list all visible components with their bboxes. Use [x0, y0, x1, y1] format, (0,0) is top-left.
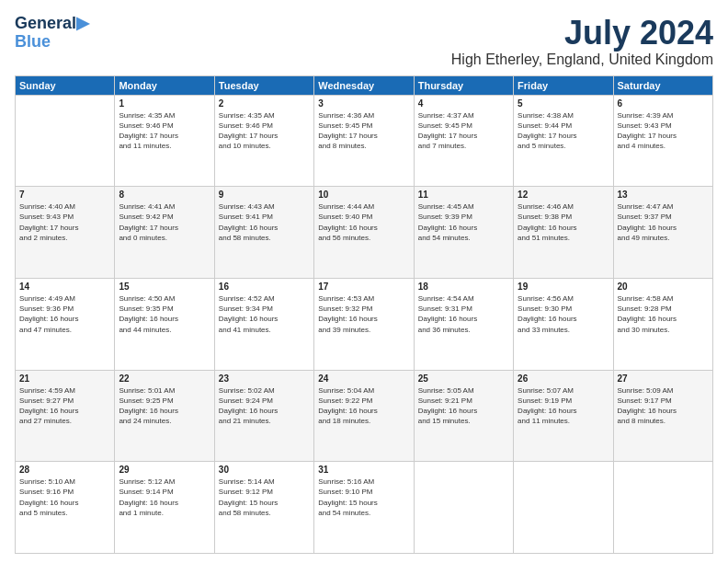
- day-number: 24: [318, 373, 409, 384]
- cell-content: Sunrise: 4:49 AM Sunset: 9:36 PM Dayligh…: [19, 293, 110, 335]
- day-number: 14: [19, 282, 110, 292]
- day-number: 21: [19, 373, 110, 384]
- cell-content: Sunrise: 4:58 AM Sunset: 9:28 PM Dayligh…: [618, 293, 709, 335]
- day-header-tuesday: Tuesday: [214, 75, 313, 95]
- day-number: 27: [618, 373, 709, 384]
- cell-content: Sunrise: 4:53 AM Sunset: 9:32 PM Dayligh…: [318, 293, 409, 335]
- cell-content: Sunrise: 4:46 AM Sunset: 9:38 PM Dayligh…: [518, 201, 609, 243]
- calendar-cell: 26Sunrise: 5:07 AM Sunset: 9:19 PM Dayli…: [514, 370, 613, 462]
- cell-content: Sunrise: 4:36 AM Sunset: 9:45 PM Dayligh…: [318, 110, 409, 152]
- day-header-saturday: Saturday: [613, 75, 712, 95]
- cell-content: Sunrise: 5:02 AM Sunset: 9:24 PM Dayligh…: [219, 385, 310, 427]
- header: General▶ Blue July 2024 High Etherley, E…: [15, 15, 713, 68]
- calendar-cell: 31Sunrise: 5:16 AM Sunset: 9:10 PM Dayli…: [314, 462, 414, 554]
- day-header-sunday: Sunday: [16, 75, 115, 95]
- day-number: 18: [418, 282, 509, 292]
- calendar-cell: 6Sunrise: 4:39 AM Sunset: 9:43 PM Daylig…: [613, 95, 712, 187]
- cell-content: Sunrise: 4:37 AM Sunset: 9:45 PM Dayligh…: [418, 110, 509, 152]
- day-number: 1: [119, 98, 210, 109]
- calendar-cell: 2Sunrise: 4:35 AM Sunset: 9:46 PM Daylig…: [214, 95, 313, 187]
- calendar-cell: 14Sunrise: 4:49 AM Sunset: 9:36 PM Dayli…: [16, 278, 115, 370]
- day-number: 19: [518, 282, 609, 292]
- calendar-cell: 10Sunrise: 4:44 AM Sunset: 9:40 PM Dayli…: [314, 187, 414, 279]
- cell-content: Sunrise: 4:59 AM Sunset: 9:27 PM Dayligh…: [19, 385, 110, 427]
- cell-content: Sunrise: 4:56 AM Sunset: 9:30 PM Dayligh…: [518, 293, 609, 335]
- day-number: 29: [119, 465, 210, 475]
- calendar-cell: 12Sunrise: 4:46 AM Sunset: 9:38 PM Dayli…: [514, 187, 613, 279]
- day-number: 13: [618, 190, 709, 200]
- cell-content: Sunrise: 5:16 AM Sunset: 9:10 PM Dayligh…: [318, 477, 409, 518]
- cell-content: Sunrise: 5:01 AM Sunset: 9:25 PM Dayligh…: [119, 385, 210, 427]
- day-number: 20: [618, 282, 709, 292]
- calendar-cell: 8Sunrise: 4:41 AM Sunset: 9:42 PM Daylig…: [115, 187, 214, 279]
- week-row-5: 28Sunrise: 5:10 AM Sunset: 9:16 PM Dayli…: [16, 462, 713, 554]
- day-number: 30: [219, 465, 310, 475]
- day-number: 5: [518, 98, 609, 109]
- calendar-cell: 3Sunrise: 4:36 AM Sunset: 9:45 PM Daylig…: [314, 95, 414, 187]
- day-number: 28: [19, 465, 110, 475]
- day-number: 11: [418, 190, 509, 200]
- cell-content: Sunrise: 5:12 AM Sunset: 9:14 PM Dayligh…: [119, 477, 210, 518]
- day-header-wednesday: Wednesday: [314, 75, 414, 95]
- calendar-cell: 17Sunrise: 4:53 AM Sunset: 9:32 PM Dayli…: [314, 278, 414, 370]
- calendar-cell: 13Sunrise: 4:47 AM Sunset: 9:37 PM Dayli…: [613, 187, 712, 279]
- calendar-cell: [613, 462, 712, 554]
- calendar-cell: [514, 462, 613, 554]
- week-row-2: 7Sunrise: 4:40 AM Sunset: 9:43 PM Daylig…: [16, 187, 713, 279]
- calendar-cell: 21Sunrise: 4:59 AM Sunset: 9:27 PM Dayli…: [16, 370, 115, 462]
- cell-content: Sunrise: 4:38 AM Sunset: 9:44 PM Dayligh…: [518, 110, 609, 152]
- logo-subtext: Blue: [15, 33, 51, 50]
- cell-content: Sunrise: 4:50 AM Sunset: 9:35 PM Dayligh…: [119, 293, 210, 335]
- day-number: 2: [219, 98, 310, 109]
- calendar-cell: 11Sunrise: 4:45 AM Sunset: 9:39 PM Dayli…: [414, 187, 513, 279]
- cell-content: Sunrise: 4:47 AM Sunset: 9:37 PM Dayligh…: [618, 201, 709, 243]
- location-title: High Etherley, England, United Kingdom: [451, 52, 713, 68]
- cell-content: Sunrise: 4:41 AM Sunset: 9:42 PM Dayligh…: [119, 201, 210, 243]
- day-number: 26: [518, 373, 609, 384]
- day-header-friday: Friday: [514, 75, 613, 95]
- calendar-cell: 22Sunrise: 5:01 AM Sunset: 9:25 PM Dayli…: [115, 370, 214, 462]
- calendar-cell: 28Sunrise: 5:10 AM Sunset: 9:16 PM Dayli…: [16, 462, 115, 554]
- calendar-cell: 4Sunrise: 4:37 AM Sunset: 9:45 PM Daylig…: [414, 95, 513, 187]
- day-number: 3: [318, 98, 409, 109]
- week-row-4: 21Sunrise: 4:59 AM Sunset: 9:27 PM Dayli…: [16, 370, 713, 462]
- logo: General▶ Blue: [15, 15, 89, 50]
- calendar-table: SundayMondayTuesdayWednesdayThursdayFrid…: [15, 75, 713, 554]
- cell-content: Sunrise: 4:52 AM Sunset: 9:34 PM Dayligh…: [219, 293, 310, 335]
- cell-content: Sunrise: 5:05 AM Sunset: 9:21 PM Dayligh…: [418, 385, 509, 427]
- day-number: 25: [418, 373, 509, 384]
- day-number: 7: [19, 190, 110, 200]
- day-header-thursday: Thursday: [414, 75, 513, 95]
- day-number: 12: [518, 190, 609, 200]
- calendar-cell: [16, 95, 115, 187]
- calendar-header-row: SundayMondayTuesdayWednesdayThursdayFrid…: [16, 75, 713, 95]
- day-number: 6: [618, 98, 709, 109]
- day-number: 31: [318, 465, 409, 475]
- calendar-cell: 1Sunrise: 4:35 AM Sunset: 9:46 PM Daylig…: [115, 95, 214, 187]
- calendar-cell: [414, 462, 513, 554]
- day-number: 23: [219, 373, 310, 384]
- cell-content: Sunrise: 4:43 AM Sunset: 9:41 PM Dayligh…: [219, 201, 310, 243]
- title-block: July 2024 High Etherley, England, United…: [451, 15, 713, 68]
- week-row-3: 14Sunrise: 4:49 AM Sunset: 9:36 PM Dayli…: [16, 278, 713, 370]
- cell-content: Sunrise: 4:45 AM Sunset: 9:39 PM Dayligh…: [418, 201, 509, 243]
- calendar-cell: 15Sunrise: 4:50 AM Sunset: 9:35 PM Dayli…: [115, 278, 214, 370]
- cell-content: Sunrise: 4:44 AM Sunset: 9:40 PM Dayligh…: [318, 201, 409, 243]
- calendar-cell: 24Sunrise: 5:04 AM Sunset: 9:22 PM Dayli…: [314, 370, 414, 462]
- page: General▶ Blue July 2024 High Etherley, E…: [0, 0, 728, 563]
- cell-content: Sunrise: 5:07 AM Sunset: 9:19 PM Dayligh…: [518, 385, 609, 427]
- day-number: 17: [318, 282, 409, 292]
- day-number: 15: [119, 282, 210, 292]
- day-number: 9: [219, 190, 310, 200]
- cell-content: Sunrise: 5:09 AM Sunset: 9:17 PM Dayligh…: [618, 385, 709, 427]
- day-number: 16: [219, 282, 310, 292]
- cell-content: Sunrise: 5:04 AM Sunset: 9:22 PM Dayligh…: [318, 385, 409, 427]
- calendar-cell: 25Sunrise: 5:05 AM Sunset: 9:21 PM Dayli…: [414, 370, 513, 462]
- calendar-cell: 23Sunrise: 5:02 AM Sunset: 9:24 PM Dayli…: [214, 370, 313, 462]
- calendar-cell: 18Sunrise: 4:54 AM Sunset: 9:31 PM Dayli…: [414, 278, 513, 370]
- logo-text: General▶: [15, 15, 89, 33]
- day-number: 4: [418, 98, 509, 109]
- day-number: 8: [119, 190, 210, 200]
- day-header-monday: Monday: [115, 75, 214, 95]
- calendar-cell: 5Sunrise: 4:38 AM Sunset: 9:44 PM Daylig…: [514, 95, 613, 187]
